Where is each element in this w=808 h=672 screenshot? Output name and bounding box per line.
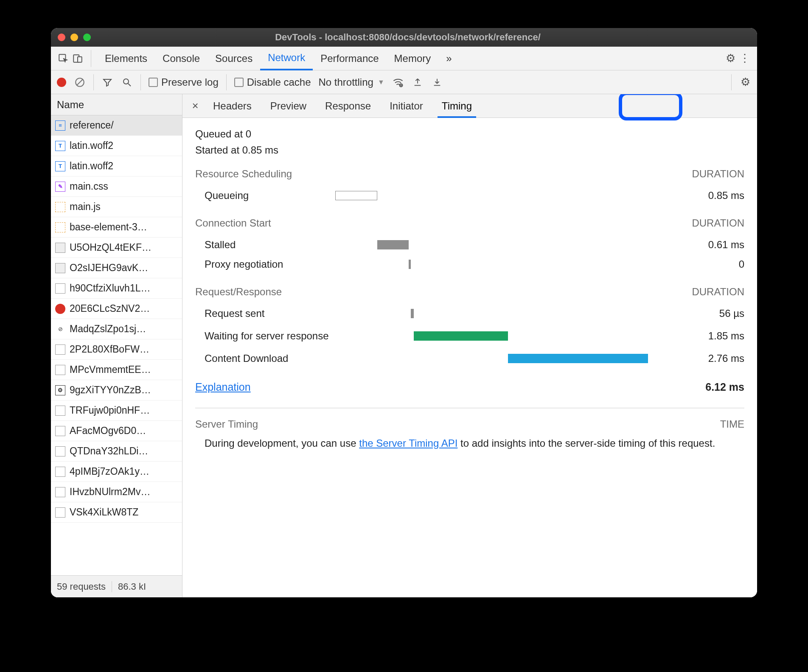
request-name: 9gzXiTYY0nZzB… — [70, 384, 151, 396]
separator — [91, 50, 91, 67]
file-type-icon: ≡ — [55, 120, 65, 131]
column-header-name[interactable]: Name — [51, 94, 182, 115]
request-row[interactable]: 2P2L80XfBoFW… — [51, 339, 182, 360]
record-button-icon[interactable] — [57, 78, 66, 87]
filter-icon[interactable] — [101, 76, 113, 88]
timing-value: 0 — [685, 258, 744, 270]
request-row[interactable]: AFacMOgv6D0… — [51, 421, 182, 441]
search-icon[interactable] — [121, 76, 133, 88]
clear-icon[interactable] — [74, 76, 86, 88]
disable-cache-checkbox[interactable]: Disable cache — [234, 76, 311, 88]
request-row[interactable]: QTDnaY32hLDi… — [51, 441, 182, 462]
tab-memory[interactable]: Memory — [387, 47, 439, 70]
file-type-icon — [55, 406, 65, 416]
request-row[interactable]: base-element-3… — [51, 217, 182, 238]
close-detail-icon[interactable]: × — [187, 99, 204, 112]
tab-console[interactable]: Console — [155, 47, 208, 70]
duration-label: DURATION — [692, 168, 744, 180]
timing-label: Content Download — [195, 353, 335, 364]
preserve-log-checkbox[interactable]: Preserve log — [149, 76, 219, 88]
request-name: O2sIJEHG9avK… — [70, 262, 148, 274]
request-row[interactable]: IHvzbNUlrm2Mv… — [51, 482, 182, 502]
section-heading: Resource Scheduling — [195, 168, 292, 180]
file-type-icon — [55, 263, 65, 273]
request-row[interactable]: ✎main.css — [51, 176, 182, 197]
timing-bar-track — [335, 259, 685, 270]
file-type-icon — [55, 467, 65, 477]
request-row[interactable]: U5OHzQL4tEKF… — [51, 238, 182, 258]
tab-elements[interactable]: Elements — [97, 47, 155, 70]
request-row[interactable]: Tlatin.woff2 — [51, 156, 182, 176]
timing-bar-track — [335, 353, 685, 364]
tab-overflow[interactable]: » — [438, 47, 459, 70]
timing-label: Proxy negotiation — [195, 258, 335, 270]
request-name: 20E6CLcSzNV2… — [70, 303, 150, 314]
request-row[interactable]: ⚙9gzXiTYY0nZzB… — [51, 380, 182, 400]
detail-tab-initiator[interactable]: Initiator — [380, 94, 432, 118]
tab-sources[interactable]: Sources — [208, 47, 260, 70]
settings-gear-icon[interactable]: ⚙ — [723, 51, 738, 66]
section-heading: Connection Start — [195, 217, 271, 229]
request-name: 2P2L80XfBoFW… — [70, 344, 149, 355]
timing-value: 0.85 ms — [685, 190, 744, 202]
request-name: 4pIMBj7zOAk1y… — [70, 466, 149, 477]
file-type-icon — [55, 283, 65, 294]
request-row[interactable]: ≡reference/ — [51, 115, 182, 136]
file-type-icon: ⊘ — [55, 324, 65, 334]
timing-bar-track — [335, 308, 685, 319]
explanation-link[interactable]: Explanation — [195, 381, 251, 393]
detail-tab-timing[interactable]: Timing — [432, 94, 481, 118]
inspect-element-icon[interactable] — [56, 51, 70, 66]
request-row[interactable]: main.js — [51, 197, 182, 217]
request-row[interactable]: VSk4XiLkW8TZ — [51, 502, 182, 523]
section-heading: Request/Response — [195, 286, 282, 298]
tab-performance[interactable]: Performance — [313, 47, 386, 70]
export-har-icon[interactable] — [431, 76, 443, 88]
request-row[interactable]: 4pIMBj7zOAk1y… — [51, 462, 182, 482]
request-row[interactable]: MPcVmmemtEE… — [51, 360, 182, 380]
request-list: Name ≡reference/Tlatin.woff2Tlatin.woff2… — [51, 94, 182, 597]
svg-rect-8 — [414, 85, 421, 86]
duration-label: DURATION — [692, 217, 744, 229]
request-row[interactable]: Tlatin.woff2 — [51, 136, 182, 156]
file-type-icon — [55, 202, 65, 212]
annotation-highlight — [619, 94, 682, 120]
more-menu-icon[interactable]: ⋮ — [738, 51, 752, 66]
disable-cache-label: Disable cache — [247, 76, 311, 88]
detail-tab-headers[interactable]: Headers — [204, 94, 261, 118]
timing-bar — [335, 191, 377, 200]
server-timing-time-label: TIME — [720, 418, 744, 430]
timing-bar — [409, 260, 411, 269]
status-bar: 59 requests 86.3 kI — [51, 575, 182, 597]
request-name: VSk4XiLkW8TZ — [70, 507, 138, 518]
timing-label: Queueing — [195, 190, 335, 202]
request-row[interactable]: O2sIJEHG9avK… — [51, 258, 182, 278]
timing-bar — [377, 240, 409, 249]
network-settings-gear-icon[interactable]: ⚙ — [739, 76, 751, 88]
request-row[interactable]: 20E6CLcSzNV2… — [51, 299, 182, 319]
request-name: QTDnaY32hLDi… — [70, 445, 148, 457]
close-window-icon[interactable] — [58, 34, 65, 41]
detail-tab-response[interactable]: Response — [316, 94, 380, 118]
tab-network[interactable]: Network — [260, 47, 313, 70]
request-row[interactable]: h90CtfziXluvh1L… — [51, 278, 182, 299]
request-row[interactable]: ⊘MadqZslZpo1sj… — [51, 319, 182, 339]
chevron-down-icon: ▼ — [378, 78, 384, 86]
device-toolbar-icon[interactable] — [70, 51, 85, 66]
network-toolbar: Preserve log Disable cache No throttling… — [51, 70, 757, 94]
file-type-icon: ⚙ — [55, 385, 65, 395]
duration-label: DURATION — [692, 286, 744, 298]
request-name: MPcVmmemtEE… — [70, 364, 151, 375]
file-type-icon — [55, 446, 65, 456]
request-row[interactable]: TRFujw0pi0nHF… — [51, 400, 182, 421]
request-name: AFacMOgv6D0… — [70, 425, 146, 437]
throttling-select[interactable]: No throttling ▼ — [318, 76, 384, 88]
preserve-log-label: Preserve log — [161, 76, 219, 88]
server-timing-api-link[interactable]: the Server Timing API — [359, 437, 457, 449]
request-name: reference/ — [70, 120, 114, 131]
import-har-icon[interactable] — [412, 76, 424, 88]
detail-tab-preview[interactable]: Preview — [261, 94, 316, 118]
timing-label: Stalled — [195, 239, 335, 251]
panel-body: Name ≡reference/Tlatin.woff2Tlatin.woff2… — [51, 94, 757, 597]
network-conditions-icon[interactable] — [392, 76, 404, 88]
